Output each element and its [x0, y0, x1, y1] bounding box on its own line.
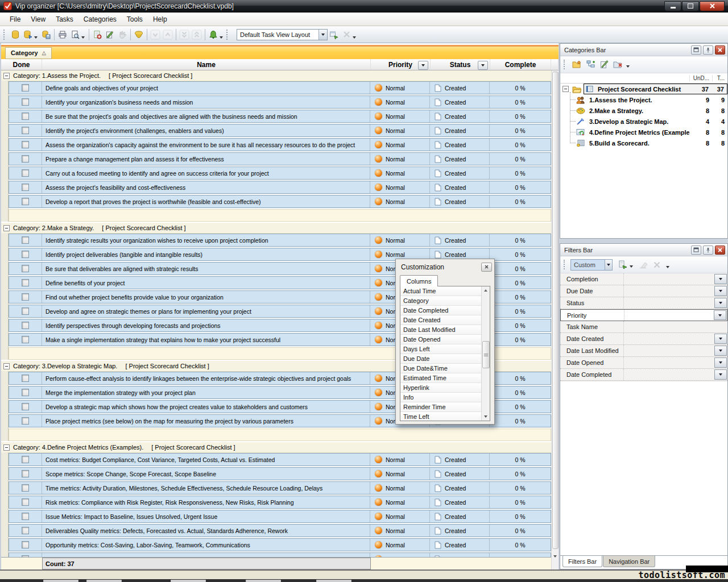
column-list-item[interactable]: Date Created: [400, 315, 481, 325]
column-list-item[interactable]: Days Left: [400, 344, 481, 354]
task-name[interactable]: Issue Metrics: Impact to Baseline, Issue…: [42, 510, 370, 522]
print-dropdown-caret[interactable]: [81, 36, 85, 39]
filter-dropdown-button[interactable]: [714, 274, 727, 284]
filter-value-field[interactable]: [624, 310, 714, 321]
new-category-button[interactable]: [570, 59, 584, 71]
table-row[interactable]: Develop a report that proves the project…: [9, 195, 551, 208]
column-list-item[interactable]: Reminder Time: [400, 402, 481, 412]
done-checkbox[interactable]: [22, 184, 29, 191]
clear-filter-button[interactable]: [636, 259, 650, 271]
move-task-top-button[interactable]: [191, 28, 203, 41]
done-checkbox[interactable]: [22, 336, 29, 343]
task-name[interactable]: Identify perspectives through developing…: [42, 319, 370, 331]
column-header-priority[interactable]: Priority: [371, 59, 431, 70]
task-name[interactable]: Identify strategic results your organiza…: [42, 234, 370, 246]
move-task-down-button[interactable]: [149, 28, 162, 41]
filter-value-field[interactable]: [624, 321, 714, 332]
task-name[interactable]: Develop a strategic map which shows how …: [42, 401, 370, 413]
notifications-button[interactable]: [207, 28, 220, 41]
duplicate-task-button[interactable]: [116, 28, 129, 41]
menu-item[interactable]: Tools: [122, 14, 148, 25]
filter-dropdown-button[interactable]: [714, 357, 727, 368]
save-database-button[interactable]: [40, 28, 52, 41]
filters-toolbar-overflow[interactable]: [666, 266, 669, 268]
done-checkbox[interactable]: [22, 265, 29, 272]
table-row[interactable]: Issue Metrics: Impact to Baseline, Issue…: [9, 510, 551, 523]
task-name[interactable]: Risk metrics: Compliance with Risk Regis…: [42, 496, 370, 508]
panel-minimize-button[interactable]: [691, 246, 701, 255]
layout-combobox[interactable]: Default Task View Layout: [237, 29, 328, 40]
table-row[interactable]: Prepare a change management plan and ass…: [9, 152, 551, 165]
task-name[interactable]: Be sure that the project's goals and obj…: [42, 110, 370, 122]
column-list-item[interactable]: Due Date&Time: [400, 364, 481, 373]
print-preview-button[interactable]: [69, 28, 81, 41]
column-list-item[interactable]: Date Completed: [400, 306, 481, 315]
scroll-down-button[interactable]: [482, 413, 490, 421]
status-filter-button[interactable]: [478, 61, 488, 70]
task-name[interactable]: Time metrics: Activity Duration, Milesto…: [42, 482, 370, 494]
vertical-scrollbar[interactable]: [551, 70, 559, 569]
column-list-item[interactable]: Category: [400, 296, 481, 306]
task-name[interactable]: Make a single implementation strategy th…: [42, 334, 370, 346]
done-checkbox[interactable]: [22, 322, 29, 329]
filter-value-field[interactable]: [624, 369, 714, 380]
move-task-bottom-button[interactable]: [178, 28, 191, 41]
table-row[interactable]: Opportunity metrics: Cost-Saving, Labor-…: [9, 538, 551, 551]
categories-toolbar-overflow[interactable]: [626, 65, 630, 68]
menu-item[interactable]: Help: [148, 14, 172, 25]
table-row[interactable]: Carry out a focused meeting to identify …: [9, 167, 551, 180]
new-subcategory-button[interactable]: [584, 59, 598, 71]
task-name[interactable]: Place project metrics (see below) on the…: [42, 415, 370, 427]
dialog-title-bar[interactable]: Customization: [396, 259, 494, 273]
done-checkbox[interactable]: [22, 498, 29, 506]
toolbar-overflow-caret[interactable]: [353, 36, 356, 39]
menu-item[interactable]: Tasks: [51, 14, 78, 25]
task-name[interactable]: Identify project deliverables (tangible …: [42, 248, 370, 260]
layout-combobox-dropdown[interactable]: [318, 30, 327, 40]
filter-preset-dropdown[interactable]: [605, 260, 612, 270]
task-name[interactable]: Assess the project's feasibility and cos…: [42, 181, 370, 193]
done-checkbox[interactable]: [22, 484, 29, 492]
panel-pin-button[interactable]: [703, 45, 713, 55]
done-checkbox[interactable]: [22, 113, 29, 120]
task-name[interactable]: Deliverables Quality metrics: Defects, F…: [42, 525, 370, 537]
delete-category-button[interactable]: [611, 59, 625, 71]
table-row[interactable]: Identify strategic results your organiza…: [9, 234, 551, 247]
delete-layout-button[interactable]: [340, 28, 353, 41]
filter-value-field[interactable]: [624, 285, 714, 297]
table-row[interactable]: Identify the project's environment (chal…: [9, 124, 551, 137]
filter-preset-combobox[interactable]: Custom: [570, 259, 613, 271]
manage-layouts-button[interactable]: [328, 28, 340, 41]
table-row[interactable]: Risk metrics: Compliance with Risk Regis…: [9, 496, 551, 509]
done-checkbox[interactable]: [22, 389, 29, 396]
restore-button[interactable]: [682, 1, 699, 11]
filter-dropdown-button[interactable]: [714, 286, 727, 296]
task-name[interactable]: Prepare a change management plan and ass…: [42, 153, 370, 165]
filter-row[interactable]: Date Created: [560, 333, 727, 345]
done-checkbox[interactable]: [22, 279, 29, 286]
tree-item-category-3[interactable]: 3.Develop a Strategic Map. 4 4: [560, 116, 727, 127]
columns-list-scrollbar[interactable]: [481, 286, 490, 421]
tab-columns[interactable]: Columns: [400, 275, 438, 286]
column-list-item[interactable]: Due Date: [400, 354, 481, 364]
add-task-button[interactable]: [91, 28, 104, 41]
done-checkbox[interactable]: [22, 127, 29, 134]
task-name[interactable]: Scope metrics: Scope Change, Scope Forec…: [42, 468, 370, 480]
done-checkbox[interactable]: [22, 541, 29, 548]
filter-row[interactable]: Status: [560, 297, 727, 309]
menu-item[interactable]: Categories: [78, 14, 122, 25]
table-row[interactable]: Cost metrics: Budget Compliance, Cost Va…: [9, 453, 551, 466]
collapse-icon[interactable]: [3, 444, 10, 451]
group-by-category-button[interactable]: Category △: [5, 47, 52, 59]
apply-filter-button[interactable]: [616, 259, 630, 271]
delete-filter-button[interactable]: [650, 259, 664, 271]
collapse-icon[interactable]: [3, 225, 10, 231]
done-checkbox[interactable]: [22, 417, 29, 425]
table-row[interactable]: Be sure that the project's goals and obj…: [9, 110, 551, 123]
panel-minimize-button[interactable]: [691, 45, 701, 55]
undone-column-header[interactable]: UnD...: [689, 75, 712, 81]
done-checkbox[interactable]: [22, 84, 29, 92]
task-name[interactable]: Assess the organization's capacity again…: [42, 139, 370, 151]
task-name[interactable]: Perform cause-effect analysis to identif…: [42, 372, 370, 384]
group-header[interactable]: Category: 1.Assess the Project. [ Projec…: [1, 70, 551, 81]
